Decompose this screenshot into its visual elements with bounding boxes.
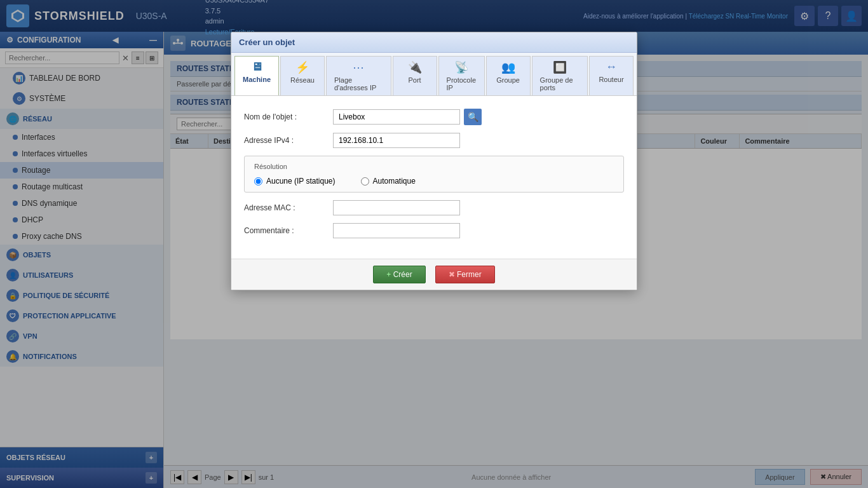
create-button[interactable]: + Créer	[373, 266, 425, 283]
ipv4-input[interactable]	[333, 133, 460, 148]
close-label: Fermer	[457, 270, 482, 279]
mac-input[interactable]	[333, 200, 460, 215]
groupe-ports-tab-icon: 🔲	[553, 60, 567, 74]
routeur-tab-label: Routeur	[599, 76, 623, 83]
name-label: Nom de l'objet :	[244, 112, 333, 121]
tab-groupe-ports[interactable]: 🔲 Groupe de ports	[532, 56, 588, 95]
tab-groupe[interactable]: 👥 Groupe	[486, 56, 531, 95]
tab-routeur[interactable]: ↔ Routeur	[589, 56, 634, 95]
form-row-mac: Adresse MAC :	[244, 200, 624, 215]
modal-overlay: Créer un objet 🖥 Machine ⚡ Réseau ⋯ Plag…	[0, 0, 868, 488]
radio-auto-label: Automatique	[373, 177, 416, 186]
resolution-legend: Résolution	[254, 163, 614, 170]
form-row-comment: Commentaire :	[244, 223, 624, 238]
form-row-name: Nom de l'objet : 🔍	[244, 109, 624, 125]
modal-body: Nom de l'objet : 🔍 Adresse IPv4 : Résolu…	[231, 96, 637, 259]
plage-tab-label: Plage d'adresses IP	[334, 76, 383, 92]
x-icon: ✖	[449, 270, 455, 279]
radio-auto-option[interactable]: Automatique	[361, 177, 416, 186]
tab-reseau[interactable]: ⚡ Réseau	[280, 56, 325, 95]
protocole-tab-icon: 📡	[454, 60, 468, 74]
modal-header: Créer un objet	[231, 32, 637, 53]
plage-tab-icon: ⋯	[353, 60, 364, 74]
create-object-modal: Créer un objet 🖥 Machine ⚡ Réseau ⋯ Plag…	[231, 32, 637, 290]
modal-footer: + Créer ✖ Fermer	[231, 259, 637, 290]
routeur-tab-icon: ↔	[606, 60, 617, 74]
groupe-tab-label: Groupe	[496, 76, 520, 84]
radio-none-option[interactable]: Aucune (IP statique)	[254, 177, 336, 186]
tab-port[interactable]: 🔌 Port	[393, 56, 437, 95]
reseau-tab-label: Réseau	[290, 76, 315, 84]
search-button[interactable]: 🔍	[464, 109, 482, 125]
radio-none-label: Aucune (IP statique)	[266, 177, 336, 186]
radio-options: Aucune (IP statique) Automatique	[254, 177, 614, 186]
modal-tabs: 🖥 Machine ⚡ Réseau ⋯ Plage d'adresses IP…	[231, 53, 637, 96]
resolution-group: Résolution Aucune (IP statique) Automati…	[244, 156, 624, 193]
comment-label: Commentaire :	[244, 226, 333, 235]
reseau-tab-icon: ⚡	[295, 60, 309, 74]
tab-machine[interactable]: 🖥 Machine	[234, 56, 279, 95]
form-row-ipv4: Adresse IPv4 :	[244, 133, 624, 148]
create-label: Créer	[393, 270, 412, 279]
groupe-ports-tab-label: Groupe de ports	[540, 76, 580, 92]
radio-none-input[interactable]	[254, 177, 262, 186]
close-button[interactable]: ✖ Fermer	[435, 266, 495, 283]
ipv4-label: Adresse IPv4 :	[244, 136, 333, 145]
name-input[interactable]	[333, 109, 460, 125]
radio-auto-input[interactable]	[361, 177, 369, 186]
machine-tab-label: Machine	[243, 76, 271, 83]
tab-plage[interactable]: ⋯ Plage d'adresses IP	[326, 56, 391, 95]
protocole-tab-label: Protocole IP	[447, 76, 477, 92]
machine-tab-icon: 🖥	[251, 60, 262, 74]
comment-input[interactable]	[333, 223, 460, 238]
mac-label: Adresse MAC :	[244, 203, 333, 212]
port-tab-label: Port	[408, 76, 421, 84]
plus-icon: +	[386, 270, 391, 279]
tab-protocole-ip[interactable]: 📡 Protocole IP	[438, 56, 485, 95]
groupe-tab-icon: 👥	[501, 60, 515, 74]
port-tab-icon: 🔌	[408, 60, 422, 74]
